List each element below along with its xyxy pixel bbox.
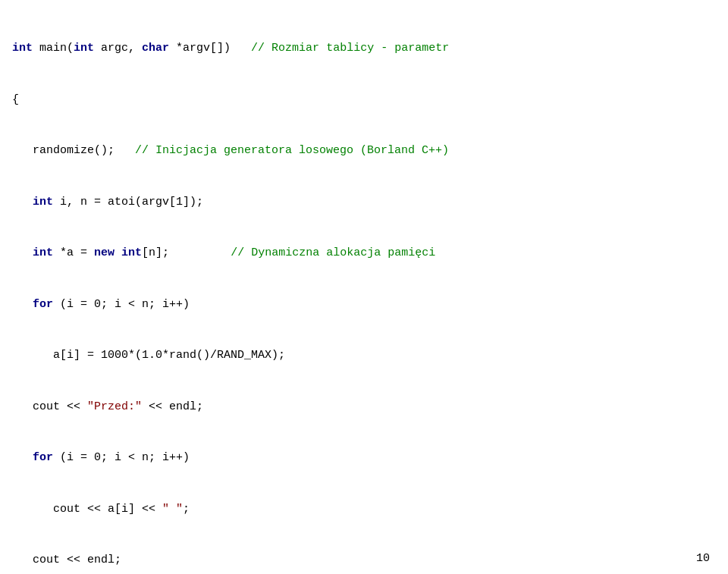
code-line-4: int i, n = atoi(argv[1]); [12, 194, 716, 212]
code-line-8: cout << "Przed:" << endl; [12, 399, 716, 416]
code-line-11: cout << endl; [12, 552, 716, 569]
code-line-2: { [12, 92, 716, 109]
page-number: 10 [696, 552, 710, 565]
code-line-1: int main(int argc, char *argv[]) // Rozm… [12, 40, 716, 58]
code-line-5: int *a = new int[n]; // Dynamiczna aloka… [12, 245, 716, 262]
code-line-7: a[i] = 1000*(1.0*rand()/RAND_MAX); [12, 347, 716, 365]
code-line-10: cout << a[i] << " "; [12, 501, 716, 519]
code-block: int main(int argc, char *argv[]) // Rozm… [0, 0, 728, 574]
code-line-3: randomize(); // Inicjacja generatora los… [12, 143, 716, 160]
code-line-9: for (i = 0; i < n; i++) [12, 450, 716, 467]
code-line-6: for (i = 0; i < n; i++) [12, 296, 716, 314]
